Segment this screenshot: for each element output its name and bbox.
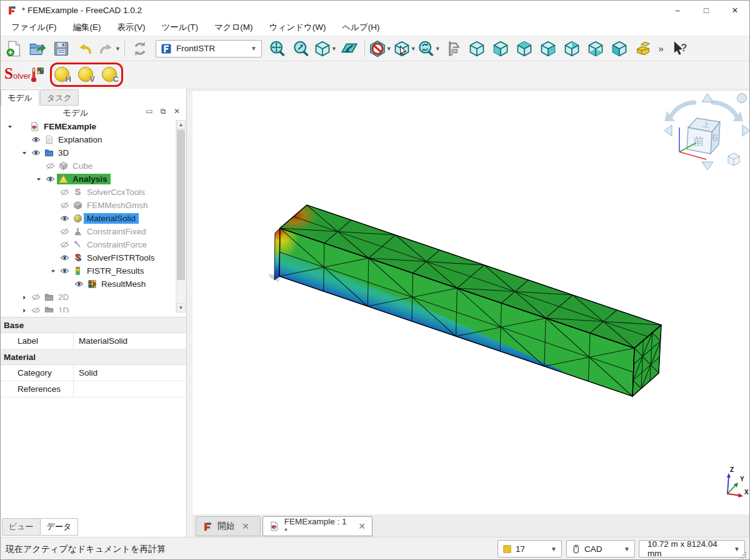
navcube-front-label[interactable]: 前 [694,136,704,148]
workbench-selector[interactable]: FrontISTR▼ [156,40,262,58]
visibility-off-icon[interactable] [29,306,42,312]
chevron-down-icon[interactable]: ▼ [435,46,441,52]
tree-item-3d[interactable]: 3D [1,146,176,159]
menu-item-6[interactable]: ヘルプ(H) [334,20,388,35]
scroll-down-button[interactable]: ▼ [176,303,186,312]
tree-item-2d[interactable]: 2D [1,291,176,304]
tree-item-femexample[interactable]: FEMExample [1,120,176,133]
tree-item-fistr_results[interactable]: FISTR_Results [1,264,176,278]
fit-all-button[interactable] [266,38,289,59]
maximize-button[interactable]: □ [692,1,721,19]
tree-item-constraintforce[interactable]: ConstraintForce [1,238,176,251]
open-document-button[interactable] [26,38,49,59]
tree-item-cube[interactable]: Cube [1,159,176,172]
navcube-right-label[interactable]: 右 [710,132,719,142]
expander-down-icon[interactable] [19,150,29,156]
expander-right-icon[interactable] [19,294,29,301]
new-document-button[interactable] [2,38,25,59]
property-value[interactable]: MaterialSolid [74,333,186,349]
property-group-base[interactable]: Base [1,318,186,333]
part-tool-button[interactable] [632,38,654,59]
navcube-top-label[interactable]: 上 [702,119,711,129]
tree-item-explanation[interactable]: Explanation [1,133,176,146]
close-button[interactable]: ✕ [721,1,749,19]
chevron-down-icon[interactable]: ▼ [411,46,416,52]
chevron-down-icon[interactable]: ▼ [386,46,392,52]
save-document-button[interactable] [50,38,72,59]
visibility-on-icon[interactable] [58,253,71,262]
view-left-button[interactable] [608,38,631,59]
visibility-off-icon[interactable] [58,227,71,236]
dimension-combo[interactable]: 10.72 m x 8124.04 mm▼ [639,540,745,558]
property-group-material[interactable]: Material [1,349,186,365]
visibility-off-icon[interactable] [58,188,71,197]
tree-scrollbar[interactable]: ▲ ▼ [176,120,186,312]
box-selection-button[interactable]: ▼ [393,38,416,59]
visibility-on-icon[interactable] [58,214,71,223]
tree-item-solverccxtools[interactable]: SSolverCcxTools [1,186,176,199]
thermal-analysis-icon[interactable] [29,66,46,84]
panel-bottom-tab-view[interactable]: ビュー [2,518,41,536]
toolbar-overflow[interactable]: » [655,43,668,54]
overlay-color-combo[interactable]: 17▼ [498,540,562,558]
scrollbar-thumb[interactable] [177,130,185,280]
visibility-on-icon[interactable] [29,148,42,158]
navigation-cube[interactable]: 前 上 右 [664,94,750,171]
tree-item-1d[interactable]: 1D [1,304,176,312]
fit-selection-button[interactable] [290,38,312,59]
resize-grip[interactable] [739,551,747,559]
3d-viewport[interactable]: 前 上 右 Z Y X [192,91,750,514]
visibility-on-icon[interactable] [72,279,86,289]
document-tab[interactable]: FEMExample : 1 *✕ [262,516,372,536]
axonometric-view-button[interactable]: ▼ [314,38,337,59]
tree-item-analysis[interactable]: Analysis [1,172,176,186]
view-right-button[interactable] [537,38,559,59]
menu-item-2[interactable]: 表示(V) [109,20,154,35]
tree-item-femmeshgmsh[interactable]: FEMMeshGmsh [1,199,176,212]
menu-item-1[interactable]: 編集(E) [65,20,109,35]
redo-button[interactable]: ▼ [98,38,121,59]
start-page-tab[interactable]: 開始✕ [196,516,261,536]
navigation-style-combo[interactable]: CAD▼ [566,540,635,558]
scroll-up-button[interactable]: ▲ [176,120,186,129]
visibility-on-icon[interactable] [29,135,42,144]
draw-style-button[interactable]: ▼ [369,38,392,59]
undo-button[interactable] [74,38,96,59]
panel-tab-model[interactable]: モデル [1,89,39,106]
panel-float-button[interactable]: ⧉ [159,107,168,116]
chevron-down-icon[interactable]: ▼ [331,46,337,52]
titlebar[interactable]: * FEMExample - FreeCAD 1.0.2 –□✕ [1,1,749,19]
tree-item-solverfistrtools[interactable]: SSSSolverFISTRTools [1,251,176,264]
refresh-button[interactable] [129,38,151,59]
menu-item-4[interactable]: マクロ(M) [206,20,261,35]
visibility-off-icon[interactable] [58,240,71,249]
menu-item-3[interactable]: ツール(T) [154,20,206,35]
view-top-button[interactable] [513,38,536,59]
fem-result-beam[interactable] [268,200,661,396]
panel-tab-tasks[interactable]: タスク [40,89,79,106]
visibility-on-icon[interactable] [58,266,71,276]
visibility-off-icon[interactable] [29,292,42,302]
chevron-down-icon[interactable]: ▼ [115,46,121,52]
minimize-button[interactable]: – [663,1,692,19]
3d-scene[interactable]: 前 上 右 Z Y X [192,91,750,514]
view-bottom-button[interactable] [584,38,607,59]
expander-right-icon[interactable] [19,308,29,313]
property-value[interactable] [74,381,186,397]
view-isometric-button[interactable] [466,38,488,59]
close-icon[interactable]: ✕ [358,521,366,531]
property-value[interactable]: Solid [74,365,186,381]
panel-bottom-tab-data[interactable]: データ [40,518,79,536]
tree-item-resultmesh[interactable]: ResultMesh [1,278,176,291]
visibility-off-icon[interactable] [44,161,57,171]
visibility-on-icon[interactable] [44,174,57,184]
tree-item-materialsolid[interactable]: MaterialSolid [1,212,176,225]
menu-item-0[interactable]: ファイル(F) [3,20,65,35]
align-view-button[interactable] [338,38,361,59]
panel-dock-button[interactable]: ▭ [145,107,154,116]
menu-item-5[interactable]: ウィンドウ(W) [261,20,334,35]
zoom-tools-button[interactable]: ▼ [418,38,441,59]
tree-item-constraintfixed[interactable]: ConstraintFixed [1,225,176,238]
measure-button[interactable] [442,38,464,59]
view-rear-button[interactable] [561,38,583,59]
